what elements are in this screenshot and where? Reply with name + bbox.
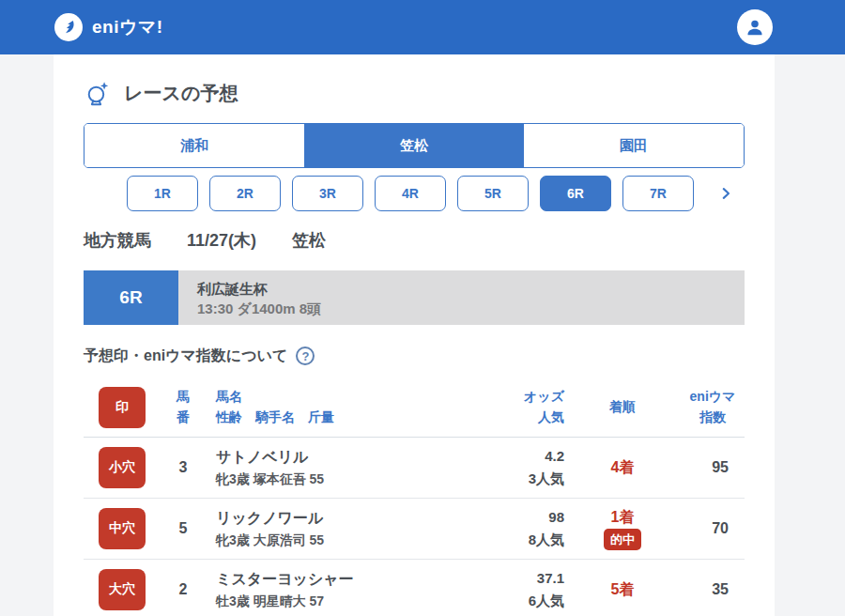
prediction-mark-badge: 小穴	[99, 447, 146, 488]
race-tab-1r[interactable]: 1R	[127, 176, 198, 211]
user-avatar-button[interactable]	[737, 9, 773, 45]
odds-cell: 98 8人気	[431, 506, 564, 551]
tab-venue-kasamatsu[interactable]: 笠松	[304, 124, 524, 167]
table-header: 印 馬 番 馬名 性齢 騎手名 斤量 オッズ 人気 着順 eniウマ 指数	[84, 379, 745, 438]
finish-position: 1着	[564, 507, 681, 528]
eniuma-index: 70	[681, 520, 745, 537]
race-tab-5r[interactable]: 5R	[457, 176, 529, 211]
crystal-ball-icon	[84, 81, 110, 107]
column-header-mark: 印	[99, 387, 146, 428]
finish-position: 4着	[564, 457, 681, 478]
prediction-mark-badge: 中穴	[99, 508, 146, 549]
column-header-result: 着順	[564, 397, 681, 418]
odds-value: 98	[431, 506, 564, 529]
popularity-value: 8人気	[431, 529, 564, 551]
race-tab-4r[interactable]: 4R	[375, 176, 446, 211]
column-header-odds: オッズ 人気	[431, 387, 564, 427]
logo-text: eniウマ!	[92, 15, 163, 39]
app-logo[interactable]: eniウマ!	[54, 13, 163, 41]
popularity-value: 3人気	[431, 468, 564, 490]
tab-venue-sonoda[interactable]: 園田	[524, 124, 744, 167]
race-info: 利広誕生杯 13:30 ダ1400m 8頭	[178, 270, 745, 325]
horse-name: ミスターヨッシャー	[216, 568, 431, 592]
tab-venue-urawa[interactable]: 浦和	[84, 124, 304, 167]
race-tab-6r[interactable]: 6R	[540, 176, 611, 211]
legend-label: 予想印・eniウマ指数について	[84, 346, 287, 366]
odds-cell: 37.1 6人気	[431, 567, 564, 612]
race-details: 13:30 ダ1400m 8頭	[197, 299, 745, 318]
result-cell: 1着 的中	[564, 507, 681, 550]
column-header-name: 馬名 性齢 騎手名 斤量	[206, 387, 431, 427]
horse-name: リックノワール	[216, 507, 431, 531]
table-row[interactable]: 中穴 5 リックノワール 牝3歳 大原浩司 55 98 8人気 1着 的中 70	[84, 499, 745, 560]
finish-position: 5着	[564, 579, 681, 600]
horse-number: 2	[161, 581, 206, 598]
race-meta-row: 地方競馬 11/27(木) 笠松	[84, 229, 745, 252]
table-row[interactable]: 小穴 3 サトノベリル 牝3歳 塚本征吾 55 4.2 3人気 4着 95	[84, 438, 745, 499]
race-number-tabs: 1R 2R 3R 4R 5R 6R 7R	[127, 176, 745, 211]
legend-row: 予想印・eniウマ指数について ?	[84, 346, 745, 366]
next-races-button[interactable]	[717, 185, 734, 202]
race-tab-2r[interactable]: 2R	[209, 176, 281, 211]
horse-name-cell: リックノワール 牝3歳 大原浩司 55	[206, 507, 431, 550]
race-title: 利広誕生杯	[197, 279, 745, 299]
table-row[interactable]: 大穴 2 ミスターヨッシャー 牡3歳 明星晴大 57 37.1 6人気 5着 3…	[84, 560, 745, 616]
race-number-badge: 6R	[84, 270, 178, 325]
column-header-number: 馬 番	[161, 387, 206, 427]
horse-name: サトノベリル	[216, 446, 431, 470]
result-cell: 4着	[564, 457, 681, 478]
horse-number: 5	[161, 520, 206, 537]
odds-cell: 4.2 3人気	[431, 445, 564, 490]
section-title-row: レースの予想	[84, 80, 745, 107]
column-header-index: eniウマ 指数	[681, 387, 745, 427]
help-icon[interactable]: ?	[296, 346, 315, 365]
horse-detail: 牝3歳 塚本征吾 55	[216, 470, 431, 490]
race-tab-3r[interactable]: 3R	[292, 176, 363, 211]
horse-detail: 牝3歳 大原浩司 55	[216, 531, 431, 551]
result-cell: 5着	[564, 579, 681, 600]
odds-value: 37.1	[431, 567, 564, 590]
horse-name-cell: サトノベリル 牝3歳 塚本征吾 55	[206, 446, 431, 489]
horse-detail: 牡3歳 明星晴大 57	[216, 592, 431, 612]
app-header: eniウマ!	[0, 0, 845, 54]
prediction-mark-badge: 大穴	[99, 569, 146, 610]
race-tab-7r[interactable]: 7R	[622, 176, 694, 211]
race-banner: 6R 利広誕生杯 13:30 ダ1400m 8頭	[84, 270, 745, 325]
race-date: 11/27(木)	[187, 229, 256, 252]
content-card: レースの予想 浦和 笠松 園田 1R 2R 3R 4R 5R 6R 7R 地方競…	[54, 54, 775, 616]
popularity-value: 6人気	[431, 590, 564, 612]
horse-name-cell: ミスターヨッシャー 牡3歳 明星晴大 57	[206, 568, 431, 611]
person-icon	[745, 17, 765, 38]
hit-badge: 的中	[604, 529, 641, 551]
race-category: 地方競馬	[84, 229, 151, 252]
chevron-right-icon	[717, 185, 734, 202]
page-title: レースの予想	[124, 81, 238, 106]
race-venue: 笠松	[292, 229, 326, 252]
eniuma-index: 95	[681, 459, 745, 476]
odds-value: 4.2	[431, 445, 564, 468]
horse-icon	[54, 13, 83, 41]
eniuma-index: 35	[681, 581, 745, 598]
horse-number: 3	[161, 459, 206, 476]
venue-tabs: 浦和 笠松 園田	[84, 123, 745, 168]
